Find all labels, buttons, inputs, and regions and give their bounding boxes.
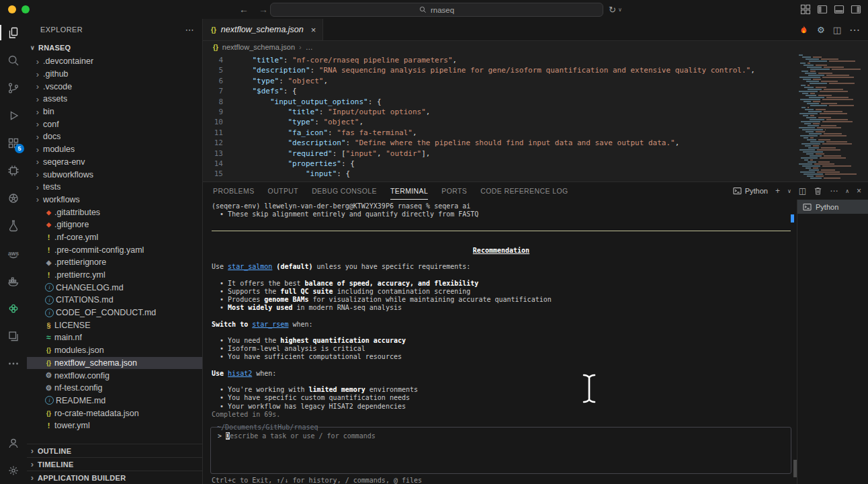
section-timeline[interactable]: ›TIMELINE <box>27 457 202 471</box>
tree-item[interactable]: ›modules <box>27 143 202 156</box>
tree-item[interactable]: ⚙nf-test.config <box>27 382 202 395</box>
tree-item[interactable]: !.prettierrc.yml <box>27 269 202 282</box>
tree-item[interactable]: ›conf <box>27 118 202 130</box>
activity-nextflow[interactable] <box>0 294 27 322</box>
minimap-line <box>796 111 866 112</box>
tree-item[interactable]: ⚙nextflow.config <box>27 369 202 382</box>
section-application-builder[interactable]: ›APPLICATION BUILDER <box>27 471 202 484</box>
activity-aws[interactable]: aws <box>0 239 27 267</box>
chevron-down-icon: ∨ <box>27 44 38 51</box>
kill-terminal-icon[interactable] <box>814 186 822 196</box>
project-section-header[interactable]: ∨ RNASEQ <box>27 40 202 55</box>
screencast-control[interactable]: ↻ ∨ <box>609 0 622 19</box>
settings-gear-icon[interactable]: ⚙ <box>817 25 825 35</box>
breadcrumb-more[interactable]: … <box>306 43 313 51</box>
activity-explorer[interactable] <box>0 19 27 46</box>
activity-run-debug[interactable] <box>0 102 27 129</box>
tree-item[interactable]: !tower.yml <box>27 419 202 432</box>
zoom-button[interactable] <box>21 5 30 13</box>
badge: 5 <box>15 144 24 153</box>
tree-item[interactable]: !.nf-core.yml <box>27 231 202 244</box>
maximize-panel-icon[interactable]: ∧ <box>845 188 849 194</box>
search-value: rnaseq <box>431 6 454 14</box>
tree-item[interactable]: ›.vscode <box>27 80 202 93</box>
panel-tab-problems[interactable]: PROBLEMS <box>213 183 255 200</box>
split-terminal-icon[interactable]: ◫ <box>799 186 806 196</box>
terminal-tab-python[interactable]: Python <box>797 200 868 214</box>
tree-item[interactable]: {}modules.json <box>27 344 202 357</box>
code-editor[interactable]: 4 "title": "nf-core/rnaseq pipeline para… <box>203 53 868 182</box>
launch-profile-button[interactable]: Python <box>733 187 768 195</box>
kubernetes-icon <box>7 192 20 205</box>
panel-tab-ports[interactable]: PORTS <box>441 183 467 200</box>
tree-item[interactable]: ›subworkflows <box>27 168 202 181</box>
tree-item[interactable]: ›.github <box>27 68 202 81</box>
tree-item[interactable]: ›workflows <box>27 194 202 206</box>
close-panel-icon[interactable]: × <box>857 186 861 196</box>
terminal-input-box[interactable]: ~/Documents/GitHub/rnaseq > Describe a t… <box>210 427 791 474</box>
tree-item[interactable]: ›tests <box>27 181 202 194</box>
editor-tab[interactable]: {} nextflow_schema.json × <box>203 19 323 40</box>
chevron-down-icon[interactable]: ∨ <box>787 188 791 194</box>
chevron-right-icon: › <box>32 70 43 79</box>
split-editor-icon[interactable]: ◫ <box>833 25 841 35</box>
more-actions-icon[interactable]: ⋯ <box>185 25 194 35</box>
customize-layout-icon[interactable] <box>800 4 811 15</box>
activity-extensions[interactable]: 5 <box>0 129 27 157</box>
command-center[interactable]: rnaseq <box>270 3 603 17</box>
panel-tab-terminal[interactable]: TERMINAL <box>390 183 428 200</box>
activity-settings[interactable] <box>0 456 27 484</box>
tree-item[interactable]: {}ro-crate-metadata.json <box>27 407 202 419</box>
section-outline[interactable]: ›OUTLINE <box>27 444 202 457</box>
tree-item[interactable]: ◈.prettierignore <box>27 256 202 269</box>
tree-item[interactable]: iCODE_OF_CONDUCT.md <box>27 307 202 319</box>
toggle-secondary-sidebar-icon[interactable] <box>851 4 861 15</box>
file-name: .devcontainer <box>43 56 93 66</box>
minimap-line <box>796 167 866 169</box>
file-name: tests <box>43 182 60 192</box>
minimize-button[interactable] <box>8 5 16 13</box>
flame-icon[interactable] <box>799 25 809 35</box>
more-actions-icon[interactable]: ⋯ <box>849 24 860 36</box>
panel-tab-debug-console[interactable]: DEBUG CONSOLE <box>312 183 377 200</box>
activity-source-control[interactable] <box>0 74 27 102</box>
forward-button[interactable]: → <box>259 4 268 15</box>
activity-kubernetes[interactable] <box>0 184 27 212</box>
tree-item[interactable]: ◆.gitignore <box>27 218 202 231</box>
tree-item[interactable]: {}nextflow_schema.json <box>27 357 202 370</box>
activity-remote-explorer[interactable] <box>0 157 27 184</box>
breadcrumb-file[interactable]: nextflow_schema.json <box>222 43 295 51</box>
tree-item[interactable]: ›assets <box>27 93 202 106</box>
minimap[interactable] <box>796 54 866 181</box>
toggle-panel-icon[interactable] <box>834 4 844 15</box>
new-terminal-icon[interactable]: + <box>775 186 780 196</box>
activity-search[interactable] <box>0 46 27 74</box>
tree-item[interactable]: iREADME.md <box>27 395 202 407</box>
tree-item[interactable]: §LICENSE <box>27 319 202 331</box>
activity-docker[interactable] <box>0 267 27 294</box>
activity-testing[interactable] <box>0 212 27 239</box>
tree-item[interactable]: ›docs <box>27 130 202 143</box>
tree-item[interactable]: iCITATIONS.md <box>27 294 202 307</box>
tree-item[interactable]: ◆.gitattributes <box>27 206 202 218</box>
panel-tab-output[interactable]: OUTPUT <box>268 183 299 200</box>
yaml-file-icon: ! <box>43 246 54 254</box>
back-button[interactable]: ← <box>239 4 249 15</box>
activity-containers[interactable] <box>0 322 27 350</box>
tree-item[interactable]: ›bin <box>27 106 202 118</box>
toggle-sidebar-icon[interactable] <box>817 4 828 15</box>
more-actions-icon[interactable]: ⋯ <box>830 186 838 196</box>
tree-item[interactable]: !.pre-commit-config.yaml <box>27 243 202 256</box>
terminal[interactable]: (seqera-env) llewelyn-van-der-berg@KTW2Y… <box>203 200 797 484</box>
tree-item[interactable]: ›seqera-env <box>27 156 202 169</box>
activity-more-views[interactable] <box>0 350 27 377</box>
close-tab-icon[interactable]: × <box>311 25 316 35</box>
line-number: 15 <box>203 169 223 179</box>
terminal-scroll-indicator[interactable] <box>791 214 794 223</box>
tree-item[interactable]: ≈main.nf <box>27 331 202 344</box>
tree-item[interactable]: ›.devcontainer <box>27 55 202 68</box>
tree-item[interactable]: iCHANGELOG.md <box>27 281 202 294</box>
activity-accounts[interactable] <box>0 429 27 456</box>
panel-tab-code-reference-log[interactable]: CODE REFERENCE LOG <box>480 183 568 200</box>
minimap-line <box>796 105 866 106</box>
